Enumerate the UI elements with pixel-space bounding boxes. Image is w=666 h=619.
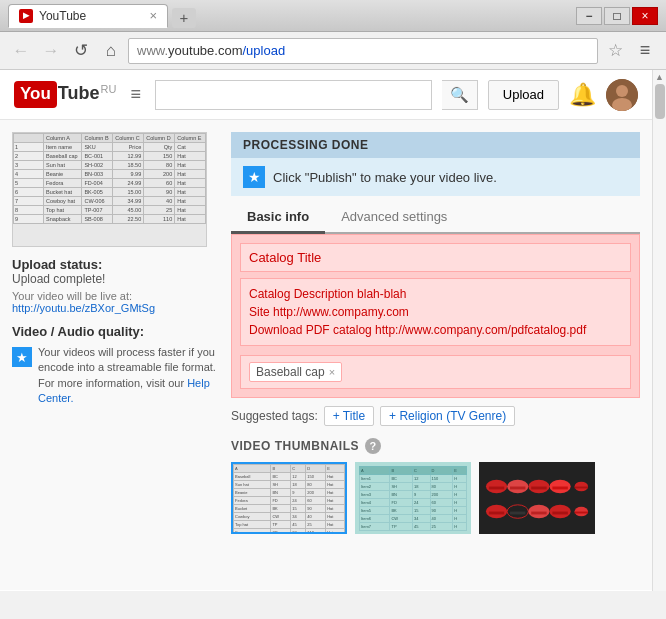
- yt-sidebar: Column A Column B Column C Column D Colu…: [12, 132, 217, 578]
- svg-rect-22: [575, 512, 588, 514]
- publish-bar: ★ Click "Publish" to make your video liv…: [231, 158, 640, 196]
- thumbnails-header: VIDEO THUMBNAILS ?: [231, 438, 640, 454]
- svg-point-13: [486, 505, 507, 518]
- scroll-up-btn[interactable]: ▲: [655, 72, 664, 82]
- address-bar[interactable]: www. youtube.com /upload: [128, 38, 598, 64]
- bell-icon[interactable]: 🔔: [569, 82, 596, 108]
- suggested-tags-label: Suggested tags:: [231, 409, 318, 423]
- svg-rect-18: [531, 512, 546, 515]
- title-bar: ▶ YouTube × + − □ ×: [0, 0, 666, 32]
- title-input[interactable]: [240, 243, 631, 272]
- live-link[interactable]: http://youtu.be/zBXor_GMtSg: [12, 302, 217, 314]
- publish-star-icon: ★: [243, 166, 265, 188]
- tab-basic-info[interactable]: Basic info: [231, 202, 325, 234]
- tab-favicon: ▶: [19, 9, 33, 23]
- star-icon[interactable]: ☆: [602, 38, 628, 64]
- yt-logo: You Tube RU: [14, 81, 116, 107]
- page-body: You Tube RU ≡ 🔍 Upload 🔔: [0, 70, 666, 591]
- form-area: Catalog Description blah-blah Site http:…: [231, 234, 640, 398]
- home-icon: ⌂: [106, 41, 116, 61]
- address-path: /upload: [243, 43, 286, 58]
- svg-rect-8: [531, 487, 546, 490]
- back-btn[interactable]: ←: [8, 38, 34, 64]
- address-domain: youtube.com: [168, 43, 242, 58]
- avatar[interactable]: [606, 79, 638, 111]
- svg-point-5: [507, 480, 528, 493]
- quality-text: Your videos will process faster if you e…: [38, 345, 217, 407]
- window-controls: − □ ×: [576, 7, 658, 25]
- yt-content: PROCESSING DONE ★ Click "Publish" to mak…: [231, 132, 640, 578]
- quality-info-box: ★ Your videos will process faster if you…: [12, 345, 217, 407]
- menu-icon[interactable]: ≡: [632, 38, 658, 64]
- thumbnails-section: VIDEO THUMBNAILS ? ABCDE BaseballBC12150…: [231, 438, 640, 534]
- new-tab-btn[interactable]: +: [172, 8, 196, 28]
- tab-title: YouTube: [39, 9, 86, 23]
- tag-remove-btn[interactable]: ×: [329, 366, 335, 378]
- blue-star-icon: ★: [12, 347, 32, 367]
- close-btn[interactable]: ×: [632, 7, 658, 25]
- upload-btn[interactable]: Upload: [488, 80, 559, 110]
- quality-label: Video / Audio quality:: [12, 324, 217, 339]
- search-icon: 🔍: [450, 86, 469, 104]
- address-scheme: www.: [137, 43, 168, 58]
- scroll-thumb[interactable]: [655, 84, 665, 119]
- thumbnails-label: VIDEO THUMBNAILS: [231, 439, 359, 453]
- tabs-row: Basic info Advanced settings: [231, 202, 640, 234]
- tag-label: Baseball cap: [256, 365, 325, 379]
- scrollbar[interactable]: ▲: [652, 70, 666, 591]
- forward-btn[interactable]: →: [38, 38, 64, 64]
- minimize-btn[interactable]: −: [576, 7, 602, 25]
- yt-page: You Tube RU ≡ 🔍 Upload 🔔: [0, 70, 652, 591]
- svg-rect-10: [552, 487, 567, 490]
- live-at-label: Your video will be live at:: [12, 290, 217, 302]
- processing-banner: PROCESSING DONE: [231, 132, 640, 158]
- reload-icon: ↺: [74, 40, 88, 61]
- description-input[interactable]: Catalog Description blah-blah Site http:…: [240, 278, 631, 346]
- upload-status-value: Upload complete!: [12, 272, 217, 286]
- suggest-title-btn[interactable]: + Title: [324, 406, 374, 426]
- yt-logo-tube: Tube: [58, 81, 100, 106]
- thumbnails-row: ABCDE BaseballBC12150Hat Sun hatSH1880Ha…: [231, 462, 640, 534]
- nav-bar: ← → ↺ ⌂ www. youtube.com /upload ☆ ≡: [0, 32, 666, 70]
- svg-rect-4: [489, 487, 504, 490]
- upload-status-label: Upload status:: [12, 257, 217, 272]
- svg-point-15: [507, 505, 528, 518]
- svg-rect-20: [552, 512, 567, 515]
- yt-main: Column A Column B Column C Column D Colu…: [0, 120, 652, 590]
- yt-logo-box: You: [14, 81, 57, 107]
- svg-point-3: [486, 480, 507, 493]
- yt-hamburger-icon[interactable]: ≡: [126, 84, 145, 105]
- tags-area[interactable]: Baseball cap ×: [240, 355, 631, 389]
- yt-search-btn[interactable]: 🔍: [442, 80, 478, 110]
- suggest-religion-btn[interactable]: + Religion (TV Genre): [380, 406, 515, 426]
- tab-close[interactable]: ×: [149, 8, 157, 23]
- reload-btn[interactable]: ↺: [68, 38, 94, 64]
- tab-advanced-settings[interactable]: Advanced settings: [325, 202, 463, 234]
- video-preview: Column A Column B Column C Column D Colu…: [12, 132, 207, 247]
- forward-icon: →: [43, 41, 60, 61]
- svg-rect-6: [510, 487, 525, 490]
- svg-rect-14: [489, 512, 504, 515]
- yt-header: You Tube RU ≡ 🔍 Upload 🔔: [0, 70, 652, 120]
- yt-search-input[interactable]: [155, 80, 432, 110]
- yt-logo-you: You: [20, 84, 51, 103]
- thumb-1[interactable]: ABCDE BaseballBC12150Hat Sun hatSH1880Ha…: [231, 462, 347, 534]
- publish-msg: Click "Publish" to make your video live.: [273, 170, 497, 185]
- svg-point-17: [528, 505, 549, 518]
- help-icon[interactable]: ?: [365, 438, 381, 454]
- home-btn[interactable]: ⌂: [98, 38, 124, 64]
- svg-rect-16: [510, 512, 525, 515]
- svg-point-21: [575, 507, 588, 517]
- svg-point-1: [616, 85, 628, 97]
- active-tab[interactable]: ▶ YouTube ×: [8, 4, 168, 28]
- svg-point-7: [528, 480, 549, 493]
- suggested-tags-row: Suggested tags: + Title + Religion (TV G…: [231, 406, 640, 426]
- thumb-3[interactable]: [479, 462, 595, 534]
- svg-rect-12: [575, 487, 588, 489]
- tag-chip: Baseball cap ×: [249, 362, 342, 382]
- yt-logo-locale: RU: [101, 83, 117, 95]
- thumb-2[interactable]: ABCDE Item1BC12150H Item2SH1880H Item3BN…: [355, 462, 471, 534]
- tab-bar: ▶ YouTube × +: [8, 4, 576, 28]
- svg-point-9: [550, 480, 571, 493]
- maximize-btn[interactable]: □: [604, 7, 630, 25]
